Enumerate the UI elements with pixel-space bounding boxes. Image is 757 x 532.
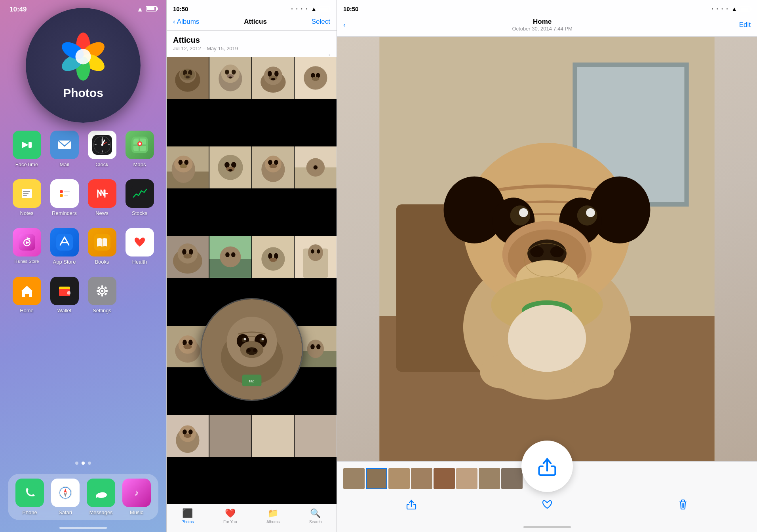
status-right: • • • • ▲ (291, 6, 330, 12)
page-dots (75, 462, 91, 465)
photo-cell-3[interactable] (252, 57, 294, 99)
settings-label: Settings (93, 308, 111, 314)
dock-messages[interactable]: Messages (85, 479, 117, 515)
app-mail[interactable]: Mail (48, 131, 81, 167)
clock-icon (88, 131, 116, 159)
tab-search[interactable]: 🔍 Search (309, 508, 322, 524)
detail-back-chevron: ‹ (343, 21, 346, 29)
dock-music[interactable]: ♪ Music (120, 479, 153, 515)
svg-point-141 (269, 258, 277, 262)
thumbnail-8[interactable] (501, 468, 523, 489)
photo-cell-11[interactable] (252, 236, 294, 278)
photo-cell-4[interactable] (295, 57, 337, 99)
app-books[interactable]: Books (86, 228, 118, 265)
dock-safari[interactable]: Safari (49, 479, 82, 515)
photo-cell-19[interactable] (252, 415, 294, 457)
photo-cell-12[interactable] (295, 236, 337, 278)
photo-cell-18[interactable] (209, 415, 251, 457)
app-appstore[interactable]: App Store (48, 228, 81, 265)
svg-point-152 (183, 344, 192, 349)
album-date: Jul 12, 2012 – May 15, 2019 (173, 46, 330, 51)
search-tab-icon: 🔍 (310, 508, 321, 519)
svg-rect-187 (252, 415, 294, 457)
appstore-icon (50, 228, 79, 256)
photo-cell-8[interactable] (295, 146, 337, 188)
app-stocks[interactable]: Stocks (124, 179, 156, 216)
svg-point-119 (268, 160, 272, 165)
photo-cell-9[interactable] (167, 236, 209, 278)
svg-point-21 (101, 144, 103, 146)
wifi-icon-2: ▲ (311, 6, 317, 12)
app-itunes[interactable]: iTunes Store (11, 228, 43, 265)
svg-rect-37 (64, 195, 68, 196)
tab-albums[interactable]: 📁 Albums (266, 508, 280, 524)
facetime-label: FaceTime (15, 162, 38, 167)
svg-point-145 (311, 249, 314, 254)
dock-phone[interactable]: Phone (13, 479, 46, 515)
photo-cell-17[interactable] (167, 415, 209, 457)
app-clock[interactable]: Clock (86, 131, 118, 167)
svg-point-108 (184, 160, 188, 165)
app-facetime[interactable]: FaceTime (11, 131, 43, 167)
detail-back-button[interactable]: ‹ (343, 21, 346, 29)
app-reminders[interactable]: Reminders (48, 179, 81, 216)
photo-grid[interactable]: tag (167, 57, 337, 504)
photo-zoom-circle[interactable]: tag (200, 298, 303, 401)
photo-cell-5[interactable] (167, 146, 209, 188)
stocks-label: Stocks (132, 210, 147, 216)
app-maps[interactable]: Maps (124, 131, 156, 167)
favorite-button[interactable] (538, 496, 556, 516)
album-nav-title: Atticus (244, 18, 267, 26)
album-nav-row: ‹ Albums Atticus Select (173, 15, 330, 30)
app-home[interactable]: Home (11, 277, 43, 314)
svg-rect-62 (105, 290, 108, 292)
thumbnail-2[interactable] (366, 468, 387, 489)
share-circle-overlay[interactable] (521, 441, 573, 492)
svg-rect-32 (23, 195, 27, 196)
photo-cell-20[interactable] (295, 415, 337, 457)
svg-rect-67 (21, 484, 38, 501)
app-wallet[interactable]: Wallet (48, 277, 81, 314)
thumbnail-1[interactable] (343, 468, 365, 489)
photo-cell-6[interactable] (209, 146, 251, 188)
svg-point-216 (480, 355, 525, 389)
share-circle-icon (537, 456, 557, 477)
clock-label: Clock (95, 162, 108, 167)
thumbnail-4[interactable] (411, 468, 432, 489)
thumbnail-3[interactable] (388, 468, 410, 489)
svg-point-115 (228, 169, 232, 171)
detail-nav-row: ‹ Home October 30, 2014 7:44 PM Edit (343, 15, 751, 36)
photo-cell-2[interactable] (209, 57, 251, 99)
photo-cell-10[interactable] (209, 236, 251, 278)
tab-for-you[interactable]: ❤️ For You (223, 508, 237, 524)
dot-1 (75, 462, 78, 465)
thumbnail-6[interactable] (456, 468, 477, 489)
svg-point-6 (76, 49, 91, 65)
back-button[interactable]: ‹ Albums (173, 18, 199, 26)
app-notes[interactable]: Notes (11, 179, 43, 216)
album-info: Atticus Jul 12, 2012 – May 15, 2019 › (167, 31, 337, 57)
app-news[interactable]: News (86, 179, 118, 216)
thumbnail-7[interactable] (479, 468, 500, 489)
detail-photo-container[interactable]: 🐾 (337, 37, 757, 461)
tab-photos[interactable]: ⬛ Photos (181, 508, 194, 524)
photo-cell-1[interactable] (167, 57, 209, 99)
share-button[interactable] (403, 496, 420, 516)
svg-point-146 (317, 249, 320, 254)
app-settings[interactable]: Settings (86, 277, 118, 314)
wifi-icon: ▲ (137, 6, 143, 13)
thumbnail-5[interactable] (434, 468, 455, 489)
photo-cell-7[interactable] (252, 146, 294, 188)
home-indicator (59, 527, 107, 529)
photos-app-label: Photos (63, 86, 103, 100)
mail-label: Mail (60, 162, 69, 167)
delete-button[interactable] (674, 496, 692, 516)
edit-button[interactable]: Edit (739, 21, 751, 29)
toolbar-actions (337, 492, 757, 524)
select-button[interactable]: Select (312, 18, 330, 26)
svg-point-131 (183, 254, 192, 259)
svg-point-102 (312, 77, 320, 81)
svg-point-136 (231, 253, 236, 258)
svg-rect-186 (209, 415, 251, 457)
app-health[interactable]: Health (124, 228, 156, 265)
